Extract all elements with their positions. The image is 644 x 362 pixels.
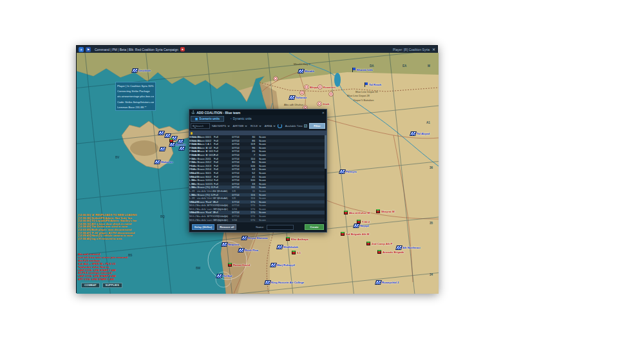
record-icon[interactable]: ● (180, 47, 185, 52)
map-mode-buttons: COMBAT SUPPLIES (81, 283, 122, 288)
name-label: Name: (256, 225, 264, 229)
unit-marker[interactable]: Abu al-Duhur M (344, 211, 370, 214)
unit-icon (222, 243, 227, 246)
unit-marker[interactable] (300, 91, 305, 95)
unit-marker[interactable]: King Hussein Air College (265, 281, 304, 284)
anchor-icon: ⚓ (191, 111, 195, 114)
supplies-button[interactable]: SUPPLIES (102, 283, 122, 288)
unit-label: 4th Northeast (402, 246, 421, 249)
refresh-icon[interactable] (278, 124, 282, 128)
unit-icon (317, 102, 321, 106)
log-line: [17:55:45] log a H removed to area (78, 238, 207, 241)
unit-marker[interactable]: 4th Northeast (397, 246, 421, 249)
unit-marker[interactable] (159, 131, 165, 135)
unit-icon (179, 147, 184, 150)
unit-marker[interactable]: Marj Ruhayyil (271, 263, 295, 267)
unit-label: Khalkhalah (283, 245, 298, 249)
unit-marker[interactable]: Kfar Anthaya (286, 237, 308, 241)
unit-marker[interactable]: Kharab Ishk (352, 68, 373, 72)
combat-button[interactable]: COMBAT (81, 283, 100, 288)
place-label: Blue Line Depot 31 (355, 90, 378, 93)
unit-marker[interactable]: 2nd Camp 4th P (366, 242, 392, 245)
unit-marker[interactable]: Gecitkale (133, 69, 151, 72)
unit-icon (165, 134, 170, 137)
app-plane-icon[interactable]: ✈ (79, 47, 84, 52)
unit-marker[interactable] (169, 138, 175, 142)
unit-label: 3rd Brigade 4th M (346, 233, 369, 236)
event-log: [12:00:00] 'A' REUPLOADS TO NEW LOADING[… (78, 214, 207, 240)
window-close-icon[interactable]: ✕ (432, 48, 435, 52)
grid-label: 34 (430, 273, 433, 276)
filter-button[interactable]: Filter (309, 123, 325, 129)
unit-label: Jirah (323, 102, 329, 106)
info-line: Connecting Strike Package (117, 89, 154, 94)
app-flag-icon[interactable]: ⚑ (86, 47, 91, 52)
unit-marker[interactable]: Palmyra (340, 170, 357, 173)
unit-label: 9.1 (297, 251, 301, 254)
chevron-down-icon (273, 126, 276, 127)
dialog-close-icon[interactable]: ✕ (322, 111, 325, 115)
unit-marker[interactable]: Khalkhalah (278, 245, 298, 249)
unit-marker[interactable]: Makarios (155, 160, 173, 164)
unit-marker[interactable]: Tel Nof (217, 274, 232, 278)
unit-marker[interactable]: Shayrat M (376, 209, 395, 213)
scrollbar-thumb[interactable] (325, 135, 327, 169)
unit-marker[interactable]: Tal Rmah (365, 82, 381, 87)
unit-marker[interactable]: Minakh (299, 70, 314, 73)
filter-dropdown[interactable]: ROLE (251, 124, 261, 128)
unit-icon (242, 236, 247, 240)
unit-label: Armado Brigade (383, 251, 404, 254)
unit-marker[interactable]: Armado Brigade (377, 250, 404, 254)
dialog-tab[interactable]: ▣ Scenario units (191, 116, 224, 122)
dialog-tab[interactable]: ◔ Dynamic units (225, 116, 256, 122)
unit-marker[interactable]: Ruwayshid 2 (376, 281, 399, 284)
delay-button[interactable]: Delay (0h/0m) (192, 224, 214, 230)
grid-label: DA (370, 64, 374, 68)
grid-label: A1 (426, 121, 430, 124)
unit-marker[interactable]: 9.1 (292, 251, 301, 254)
unit-marker[interactable]: Kiryat Shmona (242, 236, 267, 240)
unit-marker[interactable] (160, 148, 166, 151)
unit-label: Kfar Anthaya (291, 238, 308, 241)
available-time-label: Available Time (285, 124, 303, 128)
unit-marker[interactable]: Aleppo (305, 85, 319, 89)
unit-marker[interactable] (180, 147, 185, 150)
player-label: Player: [R] Coalition Syria (393, 48, 430, 52)
unit-marker[interactable]: Rosh Pina (239, 249, 258, 252)
filter-dropdown[interactable]: AREA (265, 124, 276, 128)
filter-dropdown[interactable]: AIRTIME (233, 124, 247, 128)
unit-icon (341, 232, 345, 236)
window-titlebar: ✈ ⚑ Command | PM | Beta | Blk: Red Coali… (77, 46, 437, 53)
search-input[interactable]: Search (191, 123, 210, 129)
unit-marker[interactable]: Ramat David (228, 263, 250, 267)
name-input[interactable] (267, 225, 294, 230)
dropdown-label: AREA (265, 124, 272, 128)
unit-marker[interactable]: Jirah (317, 102, 329, 106)
unit-marker[interactable]: Tal Abyad (411, 132, 430, 135)
unit-marker[interactable]: Taftanaz (290, 96, 307, 99)
remove-all-button[interactable]: Remove all (217, 224, 236, 230)
unit-marker[interactable]: Akrotiri (170, 143, 185, 146)
unit-marker[interactable]: Naqoura (222, 243, 239, 246)
unit-marker[interactable]: 3rd Brigade 4th M (341, 232, 369, 236)
unit-marker[interactable] (166, 134, 171, 137)
dialog-header[interactable]: ⚓ ADD COALITION - Blue team ✕ (189, 110, 327, 115)
unit-marker[interactable] (329, 92, 334, 96)
unit-marker[interactable] (274, 77, 279, 81)
unit-marker[interactable]: Sayqal (354, 224, 369, 227)
dropdown-label: NAV/SHIPS (212, 124, 226, 128)
unit-icon (292, 251, 296, 254)
table-scrollbar[interactable] (325, 135, 327, 222)
mission-info-box: Player | In Coalition Syria 30%Connectin… (115, 82, 156, 111)
filter-dropdown[interactable]: NAV/SHIPS (212, 124, 230, 128)
unit-marker[interactable]: Kuweires (318, 85, 336, 89)
available-time-toggle[interactable]: Available Time ✓ (285, 124, 307, 128)
unit-marker[interactable]: T-90 2 (357, 220, 370, 224)
unit-icon (270, 263, 276, 267)
tab-label: Dynamic units (233, 117, 252, 120)
available-time-checkbox[interactable]: ✓ (304, 124, 307, 128)
unit-icon (365, 82, 368, 87)
dropdown-label: ROLE (251, 124, 258, 128)
create-button[interactable]: Create (305, 224, 324, 230)
unit-icon (274, 77, 278, 81)
